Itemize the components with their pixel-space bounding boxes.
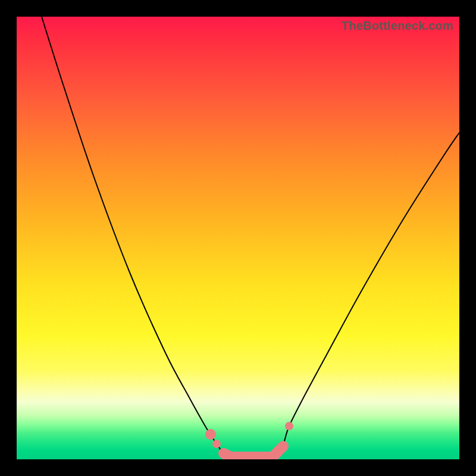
annotation-pill [273, 446, 283, 457]
chart-overlay [17, 17, 459, 459]
chart-plot-area: TheBottleneck.com [17, 17, 459, 459]
chart-annotations [205, 422, 293, 457]
annotation-dot [285, 422, 293, 430]
annotation-dot [212, 440, 221, 448]
annotation-dot [205, 429, 216, 440]
bottleneck-curve [42, 17, 459, 458]
